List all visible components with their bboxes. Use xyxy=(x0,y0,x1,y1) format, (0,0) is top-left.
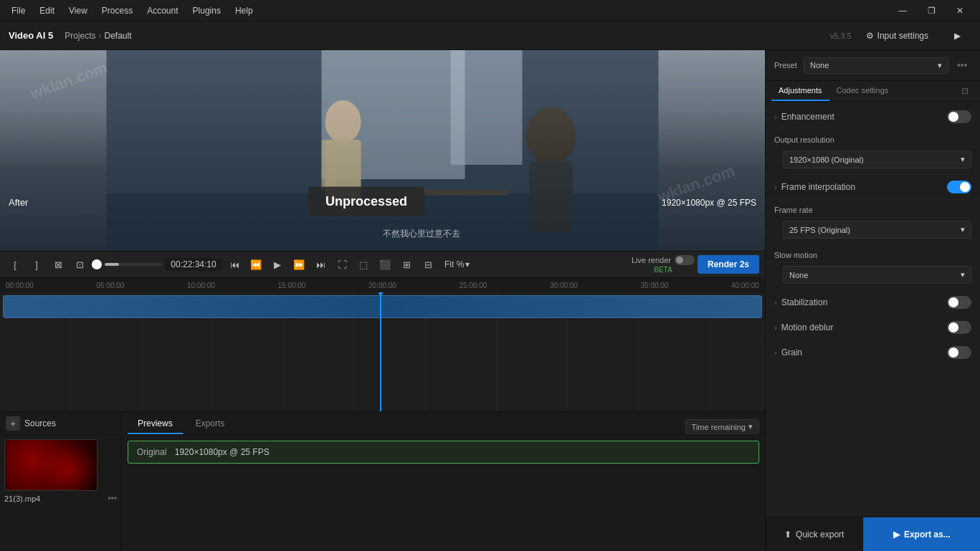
input-settings-button[interactable]: ⚙ Input settings xyxy=(860,28,934,44)
source-thumbnail[interactable] xyxy=(4,439,97,491)
main-layout: 不然我心里过意不去 Unprocessed wklan.com wklan.co… xyxy=(0,50,980,551)
breadcrumb-parent[interactable]: Projects xyxy=(65,31,95,41)
mark-1: 05:00:00 xyxy=(97,282,125,289)
slow-motion-row: None ▾ xyxy=(766,263,980,290)
window-controls: — ❐ ✕ xyxy=(888,0,974,21)
timeline-track[interactable] xyxy=(0,292,765,411)
frame-rate-dropdown[interactable]: 25 FPS (Original) ▾ xyxy=(783,221,971,239)
timecode-display: 00:22:34:10 xyxy=(165,258,222,271)
source-menu-button[interactable]: ••• xyxy=(108,494,117,504)
frame-interpolation-label: Frame interpolation xyxy=(781,182,947,192)
grain-toggle[interactable] xyxy=(947,346,971,359)
frame-rate-label: Frame rate xyxy=(766,200,980,218)
slow-motion-dropdown[interactable]: None ▾ xyxy=(783,266,971,284)
stabilization-row[interactable]: › Stabilization xyxy=(766,290,980,315)
settings-content: › Enhancement Output resolution 1920×108… xyxy=(766,102,980,517)
clip-button[interactable]: ⊠ xyxy=(49,255,67,274)
bracket-out-button[interactable]: ] xyxy=(27,255,46,274)
quick-export-button[interactable]: ⬆ Quick export xyxy=(766,517,863,551)
layout-button[interactable]: ⊟ xyxy=(419,255,437,274)
compare-button[interactable]: ⊞ xyxy=(397,255,416,274)
svg-rect-2 xyxy=(451,50,523,165)
fit-selector[interactable]: Fit % ▾ xyxy=(440,258,474,271)
play-button[interactable]: ▶ xyxy=(268,255,287,274)
motion-deblur-row[interactable]: › Motion deblur xyxy=(766,315,980,340)
menu-plugins[interactable]: Plugins xyxy=(187,3,227,19)
tab-codec-settings[interactable]: Codec settings xyxy=(829,81,896,101)
frame-interpolation-row[interactable]: › Frame interpolation xyxy=(766,175,980,200)
grain-row[interactable]: › Grain xyxy=(766,340,980,365)
progress-fill xyxy=(105,263,119,266)
playhead[interactable] xyxy=(380,292,381,411)
grain-label: Grain xyxy=(781,348,947,358)
export-as-button[interactable]: ▶ Export as... xyxy=(863,517,980,551)
menu-help[interactable]: Help xyxy=(229,3,259,19)
motion-deblur-label: Motion deblur xyxy=(781,322,947,332)
tab-exports[interactable]: Exports xyxy=(186,414,235,434)
preset-dropdown[interactable]: None ▾ xyxy=(804,57,948,74)
add-source-button[interactable]: + xyxy=(6,416,20,431)
bottom-panels: + Sources 21(3).mp4 ••• Previews xyxy=(0,411,765,551)
go-end-button[interactable]: ⏭ xyxy=(311,255,330,274)
menu-view[interactable]: View xyxy=(63,3,93,19)
header-extra-button[interactable]: ▶ xyxy=(943,25,971,47)
zoom-fit-button[interactable]: ⊡ xyxy=(70,255,89,274)
app-title: Video AI 5 xyxy=(9,30,53,41)
svg-text:不然我心里过意不去: 不然我心里过意不去 xyxy=(383,229,460,239)
go-start-button[interactable]: ⏮ xyxy=(225,255,244,274)
output-resolution-dropdown[interactable]: 1920×1080 (Original) ▾ xyxy=(783,150,971,168)
motion-deblur-toggle[interactable] xyxy=(947,321,971,334)
action-bar: ⬆ Quick export ▶ Export as... xyxy=(766,517,980,551)
playhead-indicator xyxy=(92,259,102,269)
chevron-frame-interp: › xyxy=(774,183,777,191)
mark-4: 20:00:00 xyxy=(368,282,396,289)
tab-previews[interactable]: Previews xyxy=(128,414,183,434)
svg-rect-8 xyxy=(530,161,573,233)
progress-bar[interactable] xyxy=(105,263,162,266)
live-render-area: Live render BETA xyxy=(632,255,695,274)
version-label: v5.3.5 xyxy=(830,32,852,40)
close-button[interactable]: ✕ xyxy=(946,0,974,21)
breadcrumb-separator: › xyxy=(99,31,102,41)
menu-edit[interactable]: Edit xyxy=(34,3,60,19)
enhancement-row[interactable]: › Enhancement xyxy=(766,105,980,130)
prev-frame-button[interactable]: ⏪ xyxy=(247,255,265,274)
chevron-down-icon-2: ▾ xyxy=(748,422,753,431)
stabilization-knob xyxy=(948,297,958,307)
time-remaining-label: Time remaining xyxy=(692,423,746,431)
enhancement-knob xyxy=(948,112,958,122)
render-button[interactable]: Render 2s xyxy=(698,255,759,274)
track-clip[interactable] xyxy=(3,295,762,318)
mark-6: 30:00:00 xyxy=(550,282,578,289)
input-settings-label: Input settings xyxy=(877,31,928,41)
breadcrumb: Projects › Default xyxy=(65,31,131,41)
frame-interpolation-toggle[interactable] xyxy=(947,181,971,193)
title-bar: File Edit View Process Account Plugins H… xyxy=(0,0,980,21)
output-resolution-row: 1920×1080 (Original) ▾ xyxy=(766,148,980,175)
bracket-in-button[interactable]: [ xyxy=(6,255,24,274)
menu-file[interactable]: File xyxy=(6,3,31,19)
live-render-toggle[interactable] xyxy=(675,255,695,265)
resolution-label: 1920×1080px @ 25 FPS xyxy=(662,198,756,208)
mark-3: 15:00:00 xyxy=(278,282,306,289)
maximize-button[interactable]: ❐ xyxy=(917,0,946,21)
preview-item[interactable]: Original 1920×1080px @ 25 FPS xyxy=(128,441,759,464)
next-frame-button[interactable]: ⏩ xyxy=(290,255,308,274)
split-v-button[interactable]: ⬚ xyxy=(354,255,373,274)
split-h-button[interactable]: ⬛ xyxy=(376,255,394,274)
tab-adjustments[interactable]: Adjustments xyxy=(771,81,829,101)
crop-icon[interactable]: ⊡ xyxy=(956,81,974,101)
slow-motion-value: None xyxy=(789,271,808,279)
stabilization-toggle[interactable] xyxy=(947,296,971,309)
header: Video AI 5 Projects › Default v5.3.5 ⚙ I… xyxy=(0,21,980,50)
preset-menu-button[interactable]: ••• xyxy=(953,56,971,75)
menu-process[interactable]: Process xyxy=(96,3,138,19)
svg-point-7 xyxy=(526,107,576,165)
fullscreen-button[interactable]: ⛶ xyxy=(333,255,351,274)
svg-rect-6 xyxy=(322,140,336,190)
minimize-button[interactable]: — xyxy=(888,0,917,21)
menu-account[interactable]: Account xyxy=(141,3,184,19)
chevron-down-icon-5: ▾ xyxy=(961,225,965,234)
enhancement-toggle[interactable] xyxy=(947,110,971,123)
time-remaining-button[interactable]: Time remaining ▾ xyxy=(685,419,759,434)
